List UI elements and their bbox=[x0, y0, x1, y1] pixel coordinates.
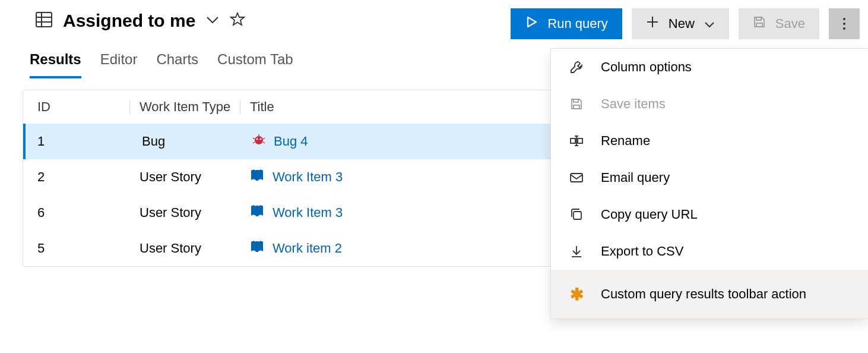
svg-rect-8 bbox=[756, 17, 761, 20]
rename-icon bbox=[569, 134, 584, 148]
toolbar: Run query New Save bbox=[511, 8, 860, 39]
more-vertical-icon bbox=[843, 18, 845, 30]
book-icon bbox=[250, 240, 264, 257]
svg-rect-29 bbox=[574, 212, 581, 219]
svg-marker-5 bbox=[528, 17, 536, 27]
more-actions-button[interactable] bbox=[829, 8, 860, 39]
svg-rect-18 bbox=[256, 170, 258, 181]
save-label: Save bbox=[775, 16, 805, 31]
svg-rect-19 bbox=[256, 206, 258, 216]
work-item-link[interactable]: Work item 2 bbox=[273, 241, 342, 256]
menu-item-rename[interactable]: Rename bbox=[551, 122, 868, 159]
svg-line-15 bbox=[263, 138, 265, 139]
svg-rect-21 bbox=[574, 99, 578, 102]
wrench-icon bbox=[569, 60, 584, 74]
svg-line-17 bbox=[263, 142, 265, 143]
download-icon bbox=[569, 244, 584, 259]
menu-item-save: Save items bbox=[551, 86, 868, 122]
work-item-link[interactable]: Work Item 3 bbox=[273, 205, 343, 220]
chevron-down-icon bbox=[704, 16, 715, 31]
book-icon bbox=[250, 204, 264, 221]
work-item-link[interactable]: Work Item 3 bbox=[273, 169, 343, 185]
play-icon bbox=[525, 15, 538, 32]
cell-type: User Story bbox=[130, 205, 240, 220]
menu-item-mail[interactable]: Email query bbox=[551, 159, 868, 196]
svg-point-12 bbox=[260, 138, 262, 140]
cell-type: User Story bbox=[130, 241, 240, 256]
col-header-type[interactable]: Work Item Type bbox=[130, 99, 240, 115]
menu-item-label: Rename bbox=[601, 133, 650, 149]
tab-results[interactable]: Results bbox=[30, 51, 81, 78]
svg-point-11 bbox=[256, 138, 258, 140]
tab-custom[interactable]: Custom Tab bbox=[217, 51, 293, 78]
menu-item-download[interactable]: Export to CSV bbox=[551, 233, 868, 270]
mail-icon bbox=[569, 171, 584, 185]
run-query-button[interactable]: Run query bbox=[511, 8, 622, 39]
page-title[interactable]: Assigned to me bbox=[63, 11, 195, 31]
svg-rect-22 bbox=[574, 105, 579, 109]
tab-editor[interactable]: Editor bbox=[100, 51, 138, 78]
save-button[interactable]: Save bbox=[739, 8, 819, 39]
svg-rect-9 bbox=[756, 23, 762, 27]
copy-icon bbox=[569, 207, 584, 222]
table-icon bbox=[36, 12, 52, 30]
menu-item-wrench[interactable]: Column options bbox=[551, 49, 868, 86]
save-icon bbox=[569, 97, 584, 111]
book-icon bbox=[250, 169, 264, 185]
cell-id: 2 bbox=[23, 169, 130, 185]
cell-id: 5 bbox=[23, 241, 130, 256]
svg-marker-4 bbox=[231, 13, 244, 25]
menu-item-asterisk[interactable]: ✱Custom query results toolbar action bbox=[551, 270, 868, 319]
chevron-down-icon[interactable] bbox=[206, 15, 219, 26]
menu-item-label: Email query bbox=[601, 170, 670, 185]
run-query-label: Run query bbox=[547, 16, 608, 31]
svg-line-16 bbox=[253, 142, 255, 143]
svg-rect-23 bbox=[571, 138, 575, 143]
svg-rect-24 bbox=[578, 138, 582, 143]
new-label: New bbox=[669, 16, 695, 31]
more-actions-menu: Column optionsSave itemsRenameEmail quer… bbox=[551, 49, 868, 319]
menu-item-copy[interactable]: Copy query URL bbox=[551, 196, 868, 233]
menu-item-label: Custom query results toolbar action bbox=[601, 286, 806, 303]
col-header-id[interactable]: ID bbox=[23, 99, 130, 115]
tab-charts[interactable]: Charts bbox=[156, 51, 198, 78]
svg-point-10 bbox=[255, 136, 263, 144]
cell-type: Bug bbox=[132, 134, 243, 149]
cell-id: 6 bbox=[23, 205, 130, 220]
save-icon bbox=[753, 15, 766, 32]
menu-item-label: Copy query URL bbox=[601, 207, 698, 222]
svg-rect-0 bbox=[36, 12, 52, 27]
menu-item-label: Column options bbox=[601, 59, 692, 75]
plus-icon bbox=[646, 15, 659, 32]
svg-line-14 bbox=[253, 138, 255, 139]
favorite-star-icon[interactable] bbox=[230, 12, 245, 30]
cell-id: 1 bbox=[26, 134, 132, 149]
svg-rect-28 bbox=[571, 174, 582, 182]
asterisk-icon: ✱ bbox=[569, 285, 584, 304]
cell-type: User Story bbox=[130, 169, 240, 185]
new-button[interactable]: New bbox=[632, 8, 729, 39]
svg-rect-20 bbox=[256, 241, 258, 252]
menu-item-label: Save items bbox=[601, 96, 666, 112]
work-item-link[interactable]: Bug 4 bbox=[274, 134, 308, 149]
bug-icon bbox=[252, 133, 265, 150]
menu-item-label: Export to CSV bbox=[601, 244, 683, 259]
